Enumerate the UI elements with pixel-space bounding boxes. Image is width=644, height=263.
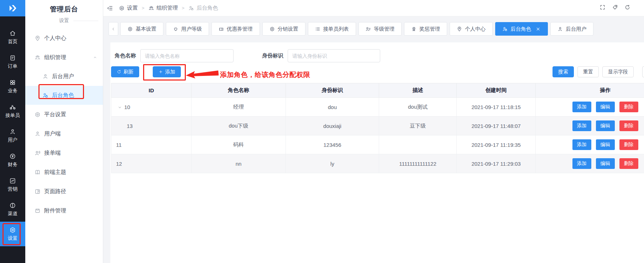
menu-item-3[interactable]: 用户端 — [25, 124, 103, 143]
tab-5[interactable]: 等级管理 — [358, 22, 402, 36]
list-icon — [315, 26, 320, 32]
row-edit-button[interactable]: 编辑 — [596, 102, 615, 112]
gear-icon — [35, 112, 41, 118]
breadcrumb-item-2[interactable]: 后台角色 — [188, 5, 218, 11]
rail-item-1[interactable]: 订单 — [0, 50, 25, 74]
cell-description: 11111111111122 — [379, 154, 457, 173]
row-delete-button[interactable]: 删除 — [619, 120, 638, 131]
row-add-button[interactable]: 添加 — [572, 102, 591, 112]
row-edit-button[interactable]: 编辑 — [596, 120, 615, 131]
app-logo[interactable] — [0, 0, 25, 16]
row-add-button[interactable]: 添加 — [572, 139, 591, 150]
search-button[interactable]: 搜索 — [553, 66, 574, 77]
breadcrumb-item-1[interactable]: 组织管理 — [148, 5, 178, 11]
id-value: 12 — [116, 161, 122, 167]
book-icon — [35, 169, 41, 175]
menu-item-7[interactable]: 附件管理 — [25, 201, 103, 220]
left-rail: 首页订单业务接单员用户财务营销渠道设置 — [0, 0, 25, 263]
rail-item-5[interactable]: 财务 — [0, 148, 25, 172]
cell-role-name: 经理 — [192, 98, 286, 117]
tab-7[interactable]: 个人中心 — [450, 22, 493, 36]
menu-item-5[interactable]: 前端主题 — [25, 163, 103, 182]
tab-label: 分销设置 — [278, 26, 298, 32]
cell-role-name: dou下级 — [192, 117, 286, 135]
rail-item-3[interactable]: 接单员 — [0, 99, 25, 123]
table-header-row: ID角色名称身份标识描述创建时间操作 — [111, 83, 644, 98]
tab-2[interactable]: 优惠券管理 — [211, 22, 260, 36]
menu-item-1-1[interactable]: 后台角色 — [25, 86, 103, 105]
refresh-button[interactable]: 刷新 — [111, 66, 139, 77]
table-row: 12nnly111111111111222021-09-17 11:29:03添… — [111, 154, 644, 173]
reset-button-label: 重置 — [583, 69, 593, 75]
tab-label: 个人中心 — [465, 26, 486, 32]
tab-3[interactable]: 分销设置 — [262, 22, 305, 36]
cell-identity: 123456 — [286, 135, 379, 154]
menu-item-label: 后台用户 — [52, 73, 74, 80]
row-add-button[interactable]: 添加 — [572, 158, 591, 169]
row-expand-icon[interactable] — [117, 105, 122, 110]
cell-created-time: 2021-09-17 11:48:07 — [457, 117, 536, 135]
content-area: 角色名称 身份标识 刷新 添加 搜索 重置 — [103, 38, 644, 263]
rail-item-6[interactable]: 营销 — [0, 172, 25, 197]
tags-button[interactable] — [612, 4, 618, 12]
add-button[interactable]: 添加 — [153, 66, 181, 77]
business-icon — [9, 79, 16, 86]
row-delete-button[interactable]: 删除 — [619, 158, 638, 169]
breadcrumb-item-0[interactable]: 设置 — [119, 5, 138, 11]
close-icon[interactable] — [535, 26, 541, 32]
logo-icon — [8, 4, 17, 13]
tab-0[interactable]: 基本设置 — [120, 22, 163, 36]
rail-item-0[interactable]: 首页 — [0, 25, 25, 50]
tab-scroll-left-button[interactable] — [109, 22, 118, 36]
row-delete-button[interactable]: 删除 — [619, 102, 638, 112]
rail-item-4[interactable]: 用户 — [0, 123, 25, 148]
rail-item-7[interactable]: 渠道 — [0, 197, 25, 222]
home-icon — [9, 30, 16, 37]
tab-label: 后台角色 — [511, 26, 531, 32]
roles-table: ID角色名称身份标识描述创建时间操作 10经理doudou测试2021-09-1… — [111, 83, 644, 173]
row-edit-button[interactable]: 编辑 — [596, 139, 615, 150]
row-add-button[interactable]: 添加 — [572, 120, 591, 131]
rail-item-label: 渠道 — [8, 211, 17, 217]
rail-item-8[interactable]: 设置 — [0, 222, 25, 246]
tab-strip: 基本设置用户等级优惠券管理分销设置接单员列表等级管理奖惩管理个人中心后台角色后台… — [103, 16, 644, 38]
cell-actions: 添加编辑删除 — [536, 135, 644, 154]
show-fields-button[interactable]: 显示字段 — [602, 66, 634, 77]
fullscreen-button[interactable] — [600, 4, 606, 12]
tab-1[interactable]: 用户等级 — [166, 22, 209, 36]
clipped-edge-button[interactable] — [642, 66, 644, 77]
menu-item-1[interactable]: 组织管理 — [25, 48, 103, 67]
menu-item-label: 附件管理 — [44, 207, 66, 215]
rail-item-2[interactable]: 业务 — [0, 74, 25, 99]
tab-8[interactable]: 后台角色 — [495, 22, 548, 36]
gear-icon — [127, 26, 133, 32]
menu-item-1-0[interactable]: 后台用户 — [25, 67, 103, 86]
roles-table-wrap: ID角色名称身份标识描述创建时间操作 10经理doudou测试2021-09-1… — [111, 83, 644, 173]
user-icon — [9, 128, 16, 135]
tab-label: 后台用户 — [566, 26, 586, 32]
ticket-icon — [219, 26, 224, 32]
menu-item-6[interactable]: 页面路径 — [25, 182, 103, 201]
identity-input[interactable] — [288, 49, 380, 62]
content-card: 角色名称 身份标识 刷新 添加 搜索 重置 — [110, 42, 644, 263]
menu-item-2[interactable]: 平台设置 — [25, 105, 103, 124]
app-root: 首页订单业务接单员用户财务营销渠道设置 管理后台 设置 个人中心组织管理后台用户… — [0, 0, 644, 263]
breadcrumb-separator: > — [182, 5, 185, 11]
tab-6[interactable]: 奖惩管理 — [404, 22, 447, 36]
tab-9[interactable]: 后台用户 — [550, 22, 593, 36]
tab-4[interactable]: 接单员列表 — [308, 22, 356, 36]
role-name-input[interactable] — [140, 49, 234, 62]
refresh-button-label: 刷新 — [124, 69, 133, 75]
row-edit-button[interactable]: 编辑 — [596, 158, 615, 169]
reset-button[interactable]: 重置 — [577, 66, 599, 77]
menu-item-4[interactable]: 接单端 — [25, 143, 103, 163]
row-delete-button[interactable]: 删除 — [619, 139, 638, 150]
tab-label: 基本设置 — [136, 26, 156, 32]
collapse-sidebar-icon[interactable] — [107, 5, 113, 11]
user-icon — [35, 131, 41, 137]
id-value: 13 — [127, 123, 133, 129]
menu-item-0[interactable]: 个人中心 — [25, 29, 103, 48]
topbar: 设置>组织管理>后台角色 — [103, 0, 644, 16]
rail-item-label: 用户 — [8, 137, 17, 143]
refresh-button[interactable] — [624, 4, 630, 12]
